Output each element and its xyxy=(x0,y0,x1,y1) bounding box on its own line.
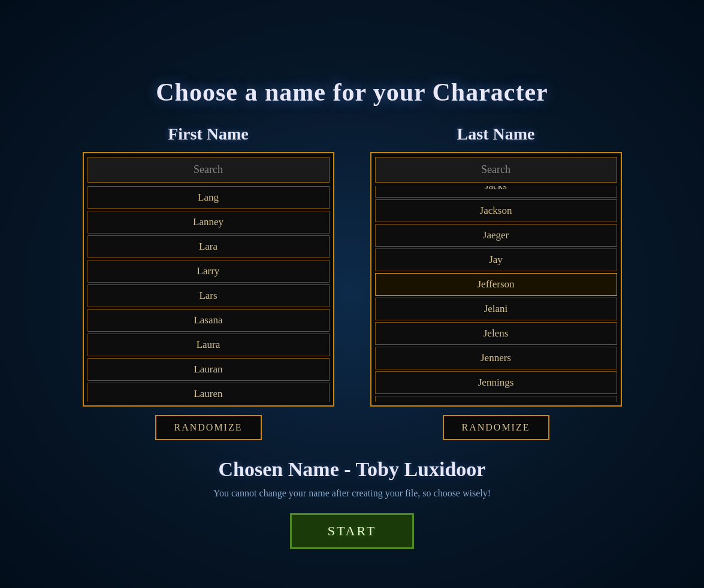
list-item[interactable]: Lauren xyxy=(87,383,330,402)
first-name-list[interactable]: LangLanneyLaraLarryLarsLasanaLauraLauran… xyxy=(87,186,330,402)
list-item[interactable]: Lasana xyxy=(87,309,330,332)
list-item[interactable]: Jefferson xyxy=(375,273,617,296)
list-item[interactable]: Jacks xyxy=(375,186,617,198)
warning-text: You cannot change your name after creati… xyxy=(213,488,491,499)
first-name-column: First Name LangLanneyLaraLarryLarsLasana… xyxy=(83,125,334,440)
first-name-label: First Name xyxy=(168,125,249,144)
page-title: Choose a name for your Character xyxy=(156,78,548,107)
list-item[interactable]: Jenners xyxy=(375,347,617,369)
list-item[interactable]: Jennis xyxy=(375,396,617,402)
list-item[interactable]: Laura xyxy=(87,334,330,356)
list-item[interactable]: Lanney xyxy=(87,211,330,234)
list-item[interactable]: Jennings xyxy=(375,371,617,394)
list-item[interactable]: Jackson xyxy=(375,199,617,222)
start-button[interactable]: START xyxy=(290,513,415,549)
first-name-search-input[interactable] xyxy=(87,157,330,183)
last-name-label: Last Name xyxy=(457,125,535,144)
last-name-list-container: JackJacksJacksonJaegerJayJeffersonJelani… xyxy=(370,152,622,407)
list-item[interactable]: Jelani xyxy=(375,298,617,320)
first-name-randomize-button[interactable]: RANDOMIZE xyxy=(155,415,262,440)
list-item[interactable]: Larry xyxy=(87,260,330,283)
last-name-search-input[interactable] xyxy=(375,157,617,183)
list-item[interactable]: Jelens xyxy=(375,322,617,345)
last-name-randomize-button[interactable]: RANDOMIZE xyxy=(443,415,549,440)
list-item[interactable]: Lars xyxy=(87,284,330,307)
list-item[interactable]: Jaeger xyxy=(375,224,617,247)
last-name-list[interactable]: JackJacksJacksonJaegerJayJeffersonJelani… xyxy=(375,186,617,402)
chosen-name-display: Chosen Name - Toby Luxidoor xyxy=(219,458,486,481)
first-name-list-container: LangLanneyLaraLarryLarsLasanaLauraLauran… xyxy=(83,152,334,407)
name-columns: First Name LangLanneyLaraLarryLarsLasana… xyxy=(83,125,622,440)
list-item[interactable]: Lauran xyxy=(87,358,330,381)
last-name-column: Last Name JackJacksJacksonJaegerJayJeffe… xyxy=(370,125,622,440)
list-item[interactable]: Lara xyxy=(87,235,330,258)
list-item[interactable]: Jay xyxy=(375,248,617,271)
list-item[interactable]: Lang xyxy=(87,186,330,209)
